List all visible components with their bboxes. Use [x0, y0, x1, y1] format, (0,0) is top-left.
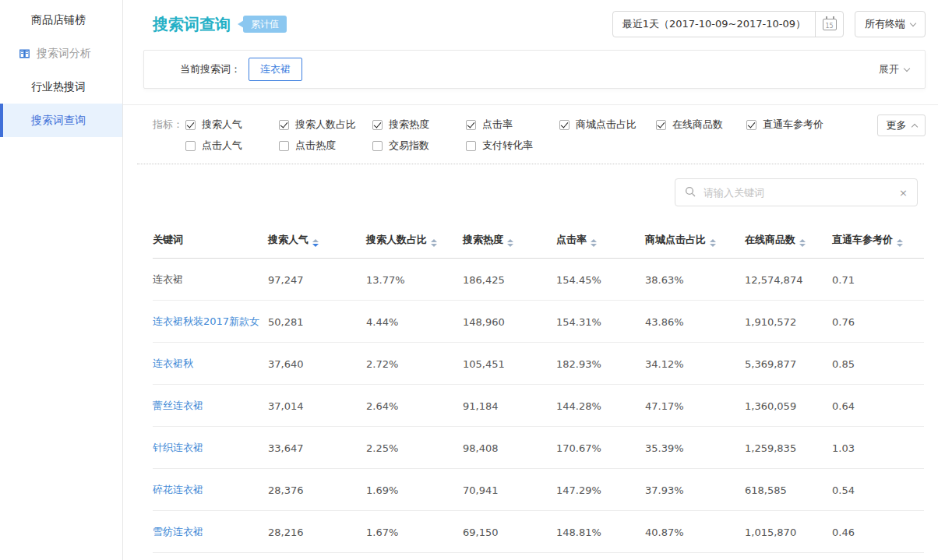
table-header-row: 关键词 搜索人气 搜索人数占比 搜索热度 点击率 商城点击占比 在线商品数 直通…: [153, 224, 924, 259]
checkbox-unchecked-icon: [185, 141, 196, 151]
sidebar-item-label: 搜索词分析: [37, 47, 91, 61]
current-search-panel: 当前搜索词： 连衣裙 展开: [143, 50, 926, 89]
indicator-label: 搜索人数占比: [295, 118, 356, 132]
indicator-label: 点击热度: [295, 139, 336, 153]
column-header-search-heat[interactable]: 搜索热度: [463, 224, 556, 259]
column-header-click-rate[interactable]: 点击率: [556, 224, 645, 259]
keyword-metrics-table: 关键词 搜索人气 搜索人数占比 搜索热度 点击率 商城点击占比 在线商品数 直通…: [153, 224, 924, 553]
indicator-checkbox-search-user-ratio[interactable]: 搜索人数占比: [279, 118, 372, 132]
header-band: 搜索词查询 累计值 最近1天（2017-10-09~2017-10-09） 15…: [123, 0, 938, 105]
cell: 37,640: [268, 343, 366, 385]
column-header-online-products[interactable]: 在线商品数: [745, 224, 832, 259]
keyword-link[interactable]: 蕾丝连衣裙: [153, 385, 268, 427]
cell: 1.67%: [366, 511, 463, 553]
cell: 182.93%: [556, 343, 645, 385]
cell: 618,585: [745, 469, 832, 511]
indicator-checkbox-click-rate[interactable]: 点击率: [466, 118, 559, 132]
indicator-checkbox-search-heat[interactable]: 搜索热度: [372, 118, 466, 132]
indicator-checkbox-mall-click-ratio[interactable]: 商城点击占比: [559, 118, 656, 132]
indicator-label: 直通车参考价: [763, 118, 823, 132]
clear-search-icon[interactable]: ×: [899, 187, 908, 199]
current-search-label: 当前搜索词：: [180, 62, 241, 76]
terminal-dropdown-value: 所有终端: [865, 17, 905, 31]
cell: 33,647: [268, 427, 366, 469]
calendar-button[interactable]: 15: [815, 12, 843, 37]
sort-icon[interactable]: [799, 239, 806, 247]
cumulative-value-badge: 累计值: [243, 16, 287, 33]
indicator-label: 点击率: [482, 118, 513, 132]
indicator-label: 点击人气: [202, 139, 242, 153]
sidebar-item-search-word-query[interactable]: 搜索词查询: [0, 104, 122, 137]
cell: 40.87%: [645, 511, 745, 553]
cell: 50,281: [268, 301, 366, 343]
dotted-divider: [137, 164, 924, 164]
cell: 37,014: [268, 385, 366, 427]
keyword-link[interactable]: 针织连衣裙: [153, 427, 268, 469]
cell: 69,150: [463, 511, 556, 553]
cell: 38.63%: [645, 259, 745, 301]
table-row: 蕾丝连衣裙 37,014 2.64% 91,184 144.28% 47.17%…: [153, 385, 924, 427]
indicator-checkbox-ztc-reference-price[interactable]: 直通车参考价: [746, 118, 823, 132]
checkbox-unchecked-icon: [372, 141, 383, 151]
sort-icon[interactable]: [591, 239, 597, 247]
sort-icon-active-desc[interactable]: [312, 239, 319, 247]
sidebar-item-search-word-analysis[interactable]: 搜索词分析: [0, 37, 122, 70]
keyword-link[interactable]: 碎花连衣裙: [153, 469, 268, 511]
keyword-link[interactable]: 连衣裙秋: [153, 343, 268, 385]
indicator-checkbox-online-products[interactable]: 在线商品数: [656, 118, 746, 132]
checkbox-unchecked-icon: [466, 141, 476, 151]
checkbox-checked-icon: [185, 120, 196, 130]
date-range-picker[interactable]: 最近1天（2017-10-09~2017-10-09） 15: [612, 11, 844, 37]
terminal-dropdown[interactable]: 所有终端: [855, 11, 926, 37]
keyword-link[interactable]: 连衣裙秋装2017新款女: [153, 301, 268, 343]
more-label: 更多: [887, 118, 907, 132]
date-range-text: 最近1天（2017-10-09~2017-10-09）: [613, 12, 815, 37]
chevron-down-icon: [904, 65, 910, 71]
keyword-search-input[interactable]: [702, 186, 893, 199]
table-row: 连衣裙秋 37,640 2.72% 105,451 182.93% 34.12%…: [153, 343, 924, 385]
cell: 28,376: [268, 469, 366, 511]
table-row: 连衣裙秋装2017新款女 50,281 4.44% 148,960 154.31…: [153, 301, 924, 343]
cell: 1,360,059: [745, 385, 832, 427]
expand-toggle[interactable]: 展开: [879, 62, 909, 76]
cell: 13.77%: [366, 259, 463, 301]
cell: 1.03: [832, 427, 924, 469]
sidebar-item-label: 商品店铺榜: [31, 13, 86, 27]
keyword-link[interactable]: 雪纺连衣裙: [153, 511, 268, 553]
sort-icon[interactable]: [431, 239, 437, 247]
cell: 186,425: [463, 259, 556, 301]
indicator-checkbox-search-popularity[interactable]: 搜索人气: [185, 118, 279, 132]
checkbox-checked-icon: [746, 120, 756, 130]
cell: 147.29%: [556, 469, 645, 511]
indicator-checkbox-click-popularity[interactable]: 点击人气: [185, 139, 279, 153]
cell: 1,015,870: [745, 511, 832, 553]
column-header-search-user-ratio[interactable]: 搜索人数占比: [366, 224, 463, 259]
more-indicators-button[interactable]: 更多: [877, 114, 926, 136]
chevron-down-icon: [910, 19, 916, 26]
ledger-book-icon: [19, 48, 30, 59]
column-header-mall-click-ratio[interactable]: 商城点击占比: [645, 224, 745, 259]
app-window: 商品店铺榜 搜索词分析 行业热搜词 搜索词查询 搜索词查询 累计值: [0, 0, 938, 560]
indicator-checkbox-click-heat[interactable]: 点击热度: [279, 139, 372, 153]
indicator-checkbox-transaction-index[interactable]: 交易指数: [372, 139, 466, 153]
cell: 4.44%: [366, 301, 463, 343]
sort-icon[interactable]: [710, 239, 716, 247]
sort-icon[interactable]: [897, 239, 903, 247]
sidebar-item-product-shop-ranking[interactable]: 商品店铺榜: [0, 3, 122, 37]
checkbox-checked-icon: [372, 120, 383, 130]
main-content: 搜索词查询 累计值 最近1天（2017-10-09~2017-10-09） 15…: [123, 0, 938, 560]
column-header-ztc-reference-price[interactable]: 直通车参考价: [832, 224, 924, 259]
indicator-checkbox-payment-conversion[interactable]: 支付转化率: [466, 139, 559, 153]
chevron-up-icon: [911, 124, 917, 130]
indicator-label: 支付转化率: [482, 139, 533, 153]
cell: 0.46: [832, 511, 924, 553]
cell: 170.67%: [556, 427, 645, 469]
indicator-label: 在线商品数: [672, 118, 723, 132]
cell: 0.64: [832, 385, 924, 427]
column-header-search-popularity[interactable]: 搜索人气: [268, 224, 366, 259]
current-search-term-button[interactable]: 连衣裙: [249, 58, 302, 81]
indicator-label: 搜索热度: [389, 118, 429, 132]
sort-icon[interactable]: [507, 239, 513, 247]
cell: 144.28%: [556, 385, 645, 427]
sidebar-item-industry-hot-words[interactable]: 行业热搜词: [0, 70, 122, 104]
